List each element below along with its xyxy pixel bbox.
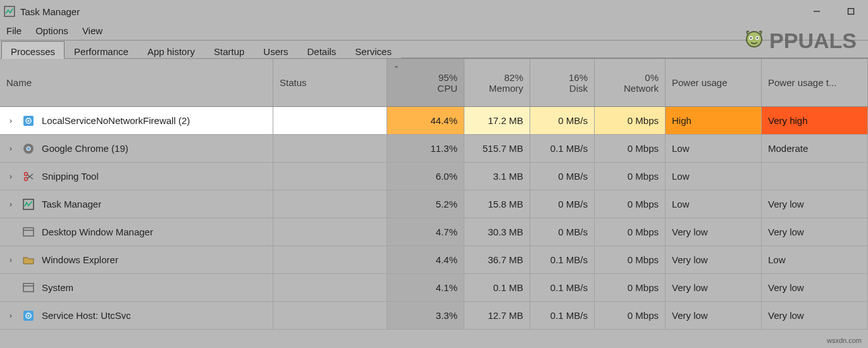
- value: 3.1 MB: [493, 171, 523, 182]
- cell-disk: 0 MB/s: [530, 163, 595, 190]
- table-row[interactable]: ›Task Manager5.2%15.8 MB0 MB/s0 MbpsLowV…: [0, 190, 868, 218]
- cell-network: 0 Mbps: [595, 274, 666, 301]
- cell-disk: 0.1 MB/s: [530, 135, 595, 162]
- cell-power-usage: Very low: [666, 246, 762, 273]
- cell-power-usage: Very low: [666, 218, 762, 245]
- value: 4.1%: [436, 282, 457, 293]
- cell-memory: 17.2 MB: [464, 107, 530, 134]
- process-name: Task Manager: [42, 199, 101, 209]
- cell-memory: 0.1 MB: [464, 274, 530, 301]
- minimize-button[interactable]: [800, 0, 834, 23]
- cell-memory: 3.1 MB: [464, 163, 530, 190]
- process-name: Windows Explorer: [42, 254, 118, 265]
- tab-startup[interactable]: Startup: [204, 41, 254, 59]
- table-row[interactable]: ›Windows Explorer4.4%36.7 MB0.1 MB/s0 Mb…: [0, 246, 868, 274]
- column-header-name[interactable]: Name: [0, 59, 273, 106]
- value: 0 Mbps: [628, 115, 659, 126]
- expand-icon[interactable]: ›: [6, 256, 15, 264]
- cell-memory: 30.3 MB: [464, 218, 530, 245]
- cell-status: [273, 302, 387, 329]
- cell-status: [273, 190, 387, 218]
- tab-label: Startup: [214, 46, 244, 57]
- value: 12.7 MB: [488, 310, 523, 321]
- value: 5.2%: [436, 199, 457, 209]
- maximize-button[interactable]: [834, 0, 868, 23]
- value: 0 Mbps: [628, 199, 659, 209]
- table-row[interactable]: ›Service Host: UtcSvc3.3%12.7 MB0.1 MB/s…: [0, 302, 868, 330]
- column-percent: 0%: [645, 72, 659, 83]
- table-row[interactable]: System4.1%0.1 MB0.1 MB/s0 MbpsVery lowVe…: [0, 274, 868, 302]
- svg-point-25: [750, 37, 752, 39]
- cell-disk: 0 MB/s: [530, 107, 595, 134]
- value: 15.8 MB: [488, 199, 523, 209]
- table-row[interactable]: ›Snipping Tool6.0%3.1 MB0 MB/s0 MbpsLow: [0, 163, 868, 190]
- column-label: Disk: [569, 83, 588, 94]
- column-header-network[interactable]: 0% Network: [595, 59, 666, 106]
- expand-icon[interactable]: ›: [6, 200, 15, 209]
- table-row[interactable]: ›LocalServiceNoNetworkFirewall (2)44.4%1…: [0, 107, 868, 135]
- menu-options[interactable]: Options: [35, 25, 68, 36]
- table-row[interactable]: Desktop Window Manager4.7%30.3 MB0 MB/s0…: [0, 218, 868, 246]
- value: 36.7 MB: [488, 254, 523, 265]
- cell-cpu: 44.4%: [387, 107, 464, 134]
- value: Very low: [672, 227, 708, 237]
- value: Very low: [768, 282, 804, 293]
- value: Very low: [768, 199, 804, 209]
- tab-app-history[interactable]: App history: [138, 41, 204, 59]
- cell-power-usage: Very low: [666, 274, 762, 301]
- menu-view[interactable]: View: [82, 25, 102, 36]
- tab-processes[interactable]: Processes: [1, 41, 65, 59]
- cell-network: 0 Mbps: [595, 190, 666, 218]
- svg-rect-16: [23, 283, 34, 292]
- folder-icon: [22, 253, 35, 267]
- tab-services[interactable]: Services: [345, 41, 401, 59]
- column-label: Network: [624, 83, 659, 94]
- cell-memory: 36.7 MB: [464, 246, 530, 273]
- tab-label: Services: [355, 46, 392, 57]
- value: Low: [672, 171, 690, 182]
- expand-icon[interactable]: ›: [6, 116, 15, 125]
- cell-power-usage: Low: [666, 163, 762, 190]
- value: Very low: [672, 282, 708, 293]
- watermark-icon: [741, 28, 767, 53]
- column-header-status[interactable]: Status: [273, 59, 387, 106]
- tab-users[interactable]: Users: [254, 41, 297, 59]
- cell-memory: 515.7 MB: [464, 135, 530, 162]
- value: 0 MB/s: [558, 171, 588, 182]
- cell-disk: 0 MB/s: [530, 218, 595, 245]
- watermark: PPUALS: [741, 28, 857, 53]
- cell-name: ›Snipping Tool: [0, 163, 273, 190]
- column-header-disk[interactable]: 16% Disk: [530, 59, 595, 106]
- watermark-text: PPUALS: [769, 28, 857, 53]
- value: 0.1 MB: [493, 282, 523, 293]
- cell-memory: 12.7 MB: [464, 302, 530, 329]
- expand-icon[interactable]: ›: [6, 144, 15, 153]
- cell-cpu: 4.4%: [387, 246, 464, 273]
- value: 3.3%: [436, 310, 457, 321]
- cell-power-usage-trend: [762, 163, 868, 190]
- footnote: wsxdn.com: [827, 337, 862, 344]
- process-name: Desktop Window Manager: [42, 227, 153, 237]
- value: High: [672, 115, 691, 126]
- taskmanager-icon: [4, 6, 15, 17]
- expand-icon[interactable]: ›: [6, 311, 15, 320]
- column-header-power-usage[interactable]: Power usage: [666, 59, 762, 106]
- value: Very low: [672, 254, 708, 265]
- cell-power-usage: Low: [666, 190, 762, 218]
- column-header-memory[interactable]: 82% Memory: [464, 59, 530, 106]
- value: 0.1 MB/s: [550, 282, 588, 293]
- tab-label: Users: [263, 46, 288, 57]
- expand-icon[interactable]: ›: [6, 172, 15, 181]
- cell-name: ›Service Host: UtcSvc: [0, 302, 273, 329]
- cell-power-usage-trend: Moderate: [762, 135, 868, 162]
- value: 0 Mbps: [628, 171, 659, 182]
- column-header-cpu[interactable]: ⌄ 95% CPU: [387, 59, 464, 106]
- tab-details[interactable]: Details: [298, 41, 346, 59]
- column-label: Name: [6, 77, 32, 88]
- menu-file[interactable]: File: [6, 25, 22, 36]
- tab-performance[interactable]: Performance: [65, 41, 138, 59]
- cell-network: 0 Mbps: [595, 135, 666, 162]
- svg-rect-13: [23, 199, 34, 209]
- column-header-power-usage-trend[interactable]: Power usage t...: [762, 59, 868, 106]
- table-row[interactable]: ›Google Chrome (19)11.3%515.7 MB0.1 MB/s…: [0, 135, 868, 163]
